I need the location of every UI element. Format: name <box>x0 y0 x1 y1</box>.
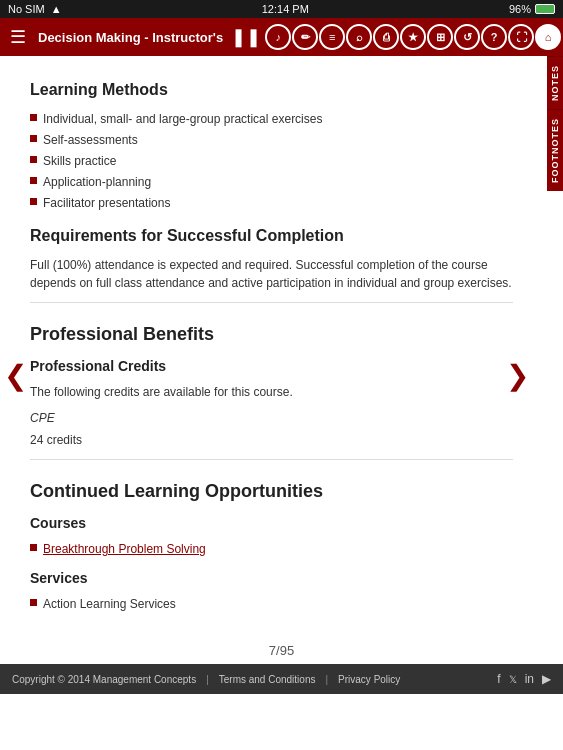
learning-methods-section: Learning Methods Individual, small- and … <box>30 78 513 212</box>
status-left: No SIM ▲ <box>8 3 62 15</box>
divider-2 <box>30 459 513 460</box>
divider <box>30 302 513 303</box>
professional-credits-title: Professional Credits <box>30 356 513 377</box>
battery-icon <box>535 4 555 14</box>
credit-amount: 24 credits <box>30 431 513 449</box>
expand-button[interactable]: ⛶ <box>508 24 534 50</box>
list-item-text: Facilitator presentations <box>43 194 170 212</box>
list-item-text: Application-planning <box>43 173 151 191</box>
requirements-body: Full (100%) attendance is expected and r… <box>30 256 513 292</box>
professional-credits-section: Professional Credits The following credi… <box>30 356 513 449</box>
list-item: Skills practice <box>30 152 513 170</box>
bullet-icon <box>30 135 37 142</box>
bullet-icon <box>30 114 37 121</box>
toolbar-icon-group: ♪ ✏ ≡ ⌕ ⎙ ★ ⊞ ↺ ? ⛶ ⌂ <box>265 24 561 50</box>
footer-copyright: Copyright © 2014 Management Concepts <box>12 674 196 685</box>
list-item-text: Skills practice <box>43 152 116 170</box>
services-section: Services Action Learning Services <box>30 568 513 613</box>
courses-list: Breakthrough Problem Solving <box>30 540 513 558</box>
bullet-icon <box>30 156 37 163</box>
main-content: Learning Methods Individual, small- and … <box>0 56 563 633</box>
services-list: Action Learning Services <box>30 595 513 613</box>
list-button[interactable]: ≡ <box>319 24 345 50</box>
learning-methods-list: Individual, small- and large-group pract… <box>30 110 513 212</box>
list-item: Application-planning <box>30 173 513 191</box>
page-indicator: 7/95 <box>0 633 563 664</box>
star-button[interactable]: ★ <box>400 24 426 50</box>
time-display: 12:14 PM <box>262 3 309 15</box>
privacy-link[interactable]: Privacy Policy <box>338 674 400 685</box>
professional-benefits-section: Professional Benefits Professional Credi… <box>30 321 513 449</box>
list-item: Facilitator presentations <box>30 194 513 212</box>
notes-tab[interactable]: NOTES <box>547 56 563 109</box>
footer-separator-2: | <box>325 674 328 685</box>
list-item: Action Learning Services <box>30 595 513 613</box>
bullet-icon <box>30 198 37 205</box>
home-button[interactable]: ⌂ <box>535 24 561 50</box>
next-page-button[interactable]: ❯ <box>502 349 533 402</box>
twitter-icon[interactable]: 𝕏 <box>509 674 517 685</box>
bullet-icon <box>30 177 37 184</box>
youtube-icon[interactable]: ▶ <box>542 672 551 686</box>
audio-button[interactable]: ♪ <box>265 24 291 50</box>
footer-social: f 𝕏 in ▶ <box>497 672 551 686</box>
menu-button[interactable]: ☰ <box>4 22 32 52</box>
requirements-title: Requirements for Successful Completion <box>30 224 513 248</box>
toolbar-divider-icon: ❚❚ <box>229 26 263 48</box>
footer: Copyright © 2014 Management Concepts | T… <box>0 664 563 694</box>
continued-learning-section: Continued Learning Opportunities Courses… <box>30 478 513 613</box>
learning-methods-title: Learning Methods <box>30 78 513 102</box>
prev-page-button[interactable]: ❮ <box>0 349 31 402</box>
bullet-icon <box>30 599 37 606</box>
footer-links: Copyright © 2014 Management Concepts | T… <box>12 674 400 685</box>
toolbar: ☰ Decision Making - Instructor's ❚❚ ♪ ✏ … <box>0 18 563 56</box>
list-item-text: Self-assessments <box>43 131 138 149</box>
edit-button[interactable]: ✏ <box>292 24 318 50</box>
status-bar: No SIM ▲ 12:14 PM 96% <box>0 0 563 18</box>
linkedin-icon[interactable]: in <box>525 672 534 686</box>
bullet-icon <box>30 544 37 551</box>
facebook-icon[interactable]: f <box>497 672 500 686</box>
courses-subtitle: Courses <box>30 513 513 534</box>
service-item-text: Action Learning Services <box>43 595 176 613</box>
list-item: Breakthrough Problem Solving <box>30 540 513 558</box>
requirements-section: Requirements for Successful Completion F… <box>30 224 513 292</box>
side-tabs: NOTES FOOTNOTES <box>547 56 563 191</box>
list-item-text: Individual, small- and large-group pract… <box>43 110 322 128</box>
status-right: 96% <box>509 3 555 15</box>
battery-text: 96% <box>509 3 531 15</box>
credit-type: CPE <box>30 409 513 427</box>
wifi-icon: ▲ <box>51 3 62 15</box>
search-button[interactable]: ⌕ <box>346 24 372 50</box>
toolbar-title: Decision Making - Instructor's <box>34 30 227 45</box>
course-link[interactable]: Breakthrough Problem Solving <box>43 540 206 558</box>
terms-link[interactable]: Terms and Conditions <box>219 674 316 685</box>
print-button[interactable]: ⎙ <box>373 24 399 50</box>
list-item: Self-assessments <box>30 131 513 149</box>
list-item: Individual, small- and large-group pract… <box>30 110 513 128</box>
continued-learning-title: Continued Learning Opportunities <box>30 478 513 505</box>
credits-intro: The following credits are available for … <box>30 383 513 401</box>
footer-separator-1: | <box>206 674 209 685</box>
courses-section: Courses Breakthrough Problem Solving <box>30 513 513 558</box>
footnotes-tab[interactable]: FOOTNOTES <box>547 109 563 191</box>
services-subtitle: Services <box>30 568 513 589</box>
refresh-button[interactable]: ↺ <box>454 24 480 50</box>
carrier-text: No SIM <box>8 3 45 15</box>
professional-benefits-title: Professional Benefits <box>30 321 513 348</box>
bookmark-button[interactable]: ⊞ <box>427 24 453 50</box>
help-button[interactable]: ? <box>481 24 507 50</box>
